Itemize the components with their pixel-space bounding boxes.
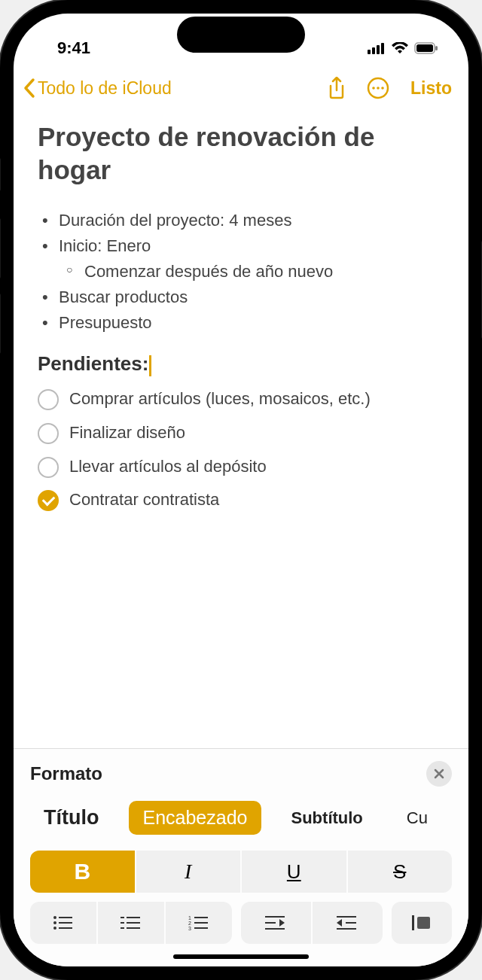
svg-point-13 xyxy=(53,921,56,924)
format-buttons-row: B I U S xyxy=(14,851,468,902)
svg-rect-36 xyxy=(417,917,430,929)
svg-rect-6 xyxy=(435,46,438,50)
checklist-label: Finalizar diseño xyxy=(69,422,185,445)
block-quote-button[interactable] xyxy=(392,902,452,944)
bulleted-list-icon xyxy=(53,915,74,931)
outdent-icon xyxy=(265,915,286,931)
cellular-icon xyxy=(368,42,386,54)
svg-rect-1 xyxy=(372,47,375,54)
back-label: Todo lo de iCloud xyxy=(38,78,172,99)
list-item: Inicio: Enero xyxy=(38,233,444,259)
close-button[interactable] xyxy=(426,761,452,787)
done-button[interactable]: Listo xyxy=(410,78,452,99)
back-button[interactable]: Todo lo de iCloud xyxy=(21,78,322,99)
svg-rect-28 xyxy=(194,927,208,929)
svg-rect-33 xyxy=(337,928,356,930)
svg-rect-2 xyxy=(377,45,380,54)
svg-rect-17 xyxy=(120,917,124,918)
svg-rect-31 xyxy=(265,922,276,924)
style-title[interactable]: Título xyxy=(30,800,112,835)
dashed-list-button[interactable] xyxy=(98,902,164,944)
svg-point-10 xyxy=(381,87,384,90)
svg-rect-35 xyxy=(412,915,414,930)
block-quote-icon xyxy=(412,915,432,931)
style-body[interactable]: Cu xyxy=(393,802,441,834)
list-item: Presupuesto xyxy=(38,310,444,336)
checklist-item: Contratar contratista xyxy=(38,488,444,512)
nav-bar: Todo lo de iCloud Listo xyxy=(14,66,468,107)
checklist-item: Finalizar diseño xyxy=(38,422,444,445)
bulleted-list-button[interactable] xyxy=(30,902,96,944)
svg-rect-22 xyxy=(127,927,140,929)
indent-icon xyxy=(337,915,358,931)
svg-rect-29 xyxy=(265,916,285,918)
checkbox-unchecked[interactable] xyxy=(38,423,59,444)
checkbox-unchecked[interactable] xyxy=(38,457,59,478)
svg-rect-24 xyxy=(194,917,208,918)
status-time: 9:41 xyxy=(57,38,90,58)
svg-text:3: 3 xyxy=(188,926,191,931)
svg-rect-30 xyxy=(265,928,285,930)
svg-rect-5 xyxy=(416,44,433,52)
svg-point-11 xyxy=(53,916,56,919)
note-content[interactable]: Proyecto de renovación de hogar Duración… xyxy=(14,107,468,748)
svg-rect-19 xyxy=(120,922,124,924)
svg-rect-32 xyxy=(337,916,356,918)
svg-rect-26 xyxy=(194,922,208,924)
numbered-list-button[interactable]: 123 xyxy=(166,902,232,944)
svg-point-9 xyxy=(377,87,380,90)
list-item: Buscar productos xyxy=(38,285,444,310)
svg-rect-20 xyxy=(127,922,140,924)
share-button[interactable] xyxy=(328,77,346,99)
svg-rect-18 xyxy=(127,917,140,918)
outdent-button[interactable] xyxy=(241,902,311,944)
checklist: Comprar artículos (luces, mosaicos, etc.… xyxy=(38,388,444,512)
bold-button[interactable]: B xyxy=(30,851,135,893)
list-item: Duración del proyecto: 4 meses xyxy=(38,208,444,233)
numbered-list-icon: 123 xyxy=(188,915,209,931)
svg-rect-21 xyxy=(120,927,124,929)
more-button[interactable] xyxy=(367,77,389,99)
svg-rect-0 xyxy=(368,50,371,54)
wifi-icon xyxy=(392,42,408,54)
text-cursor xyxy=(149,355,151,376)
svg-rect-34 xyxy=(346,922,356,924)
checklist-label: Llevar artículos al depósito xyxy=(69,455,267,479)
chevron-left-icon xyxy=(21,78,38,99)
svg-text:1: 1 xyxy=(188,915,191,921)
checklist-item: Llevar artículos al depósito xyxy=(38,455,444,479)
checklist-label: Contratar contratista xyxy=(69,488,219,512)
format-title: Formato xyxy=(30,763,102,784)
section-heading: Pendientes: xyxy=(38,352,148,376)
svg-point-15 xyxy=(53,927,56,930)
checkbox-checked[interactable] xyxy=(38,490,59,511)
italic-button[interactable]: I xyxy=(136,851,241,893)
battery-icon xyxy=(414,42,438,54)
underline-button[interactable]: U xyxy=(242,851,346,893)
checklist-label: Comprar artículos (luces, mosaicos, etc.… xyxy=(69,388,371,411)
style-heading[interactable]: Encabezado xyxy=(129,801,261,835)
note-title: Proyecto de renovación de hogar xyxy=(38,120,444,187)
list-item: Comenzar después de año nuevo xyxy=(38,259,444,285)
bullet-list: Duración del proyecto: 4 meses Inicio: E… xyxy=(38,208,444,336)
svg-rect-16 xyxy=(59,927,72,929)
style-subtitle[interactable]: Subtítulo xyxy=(278,802,377,834)
svg-rect-14 xyxy=(59,922,72,924)
svg-rect-3 xyxy=(381,43,384,54)
dashed-list-icon xyxy=(120,915,142,931)
svg-point-8 xyxy=(372,87,375,90)
text-style-row: Título Encabezado Subtítulo Cu xyxy=(14,800,468,851)
indent-button[interactable] xyxy=(313,902,383,944)
checkbox-unchecked[interactable] xyxy=(38,389,59,410)
format-panel: Formato Título Encabezado Subtítulo Cu B… xyxy=(14,748,468,966)
svg-rect-12 xyxy=(59,917,72,918)
home-indicator[interactable] xyxy=(173,954,309,959)
list-buttons-row: 123 xyxy=(14,902,468,944)
svg-text:2: 2 xyxy=(188,921,191,926)
strikethrough-button[interactable]: S xyxy=(348,851,453,893)
checklist-item: Comprar artículos (luces, mosaicos, etc.… xyxy=(38,388,444,411)
